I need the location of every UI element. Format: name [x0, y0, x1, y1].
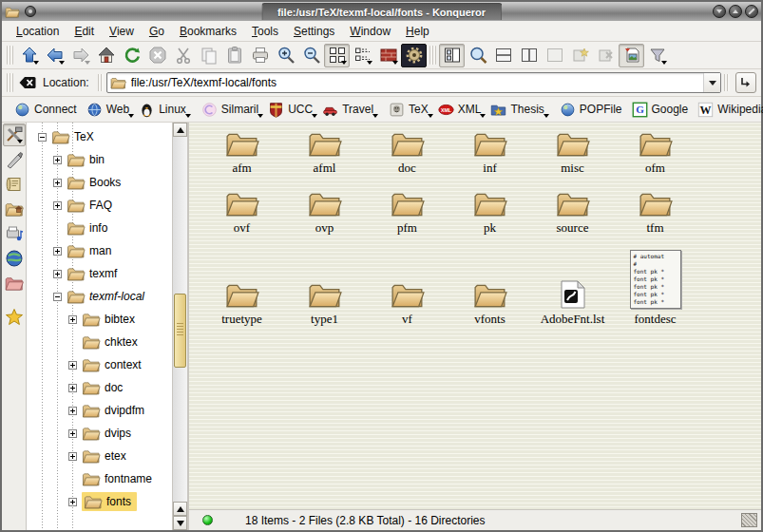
expand-icon[interactable] — [53, 270, 62, 278]
show-sidebar-button[interactable] — [439, 44, 465, 67]
expand-icon[interactable] — [53, 156, 62, 164]
tree-item-dvips[interactable]: dvips — [27, 422, 172, 445]
file-item[interactable]: truetype — [200, 280, 283, 327]
list-view-button[interactable] — [350, 44, 375, 67]
menu-location[interactable]: Location — [10, 23, 66, 40]
bookmark-connect[interactable]: Connect — [10, 100, 82, 120]
tree-item-man[interactable]: man — [27, 239, 172, 262]
scroll-down-button[interactable] — [173, 516, 187, 530]
sidebar-services-button[interactable] — [3, 222, 26, 245]
tree-item-texmf[interactable]: texmf — [27, 262, 172, 285]
file-item[interactable]: afml — [283, 129, 366, 189]
bookmark-tex[interactable]: TeX — [384, 100, 433, 120]
menu-help[interactable]: Help — [399, 23, 436, 40]
file-item[interactable]: afm — [200, 129, 283, 189]
bookmark-silmaril[interactable]: Silmaril — [197, 100, 263, 120]
collapse-icon[interactable] — [38, 133, 47, 142]
file-item[interactable]: pfm — [366, 189, 448, 249]
sidebar-pen-button[interactable] — [3, 148, 26, 171]
collapse-icon[interactable] — [53, 293, 62, 301]
find-file-button[interactable] — [465, 44, 490, 67]
split-top-bottom-button[interactable] — [490, 44, 516, 67]
tree-item-books[interactable]: Books — [27, 171, 172, 194]
expand-icon[interactable] — [53, 179, 62, 187]
tree-item-etex[interactable]: etex — [27, 445, 172, 467]
expand-icon[interactable] — [68, 361, 77, 370]
file-item[interactable]: type1 — [283, 280, 366, 327]
resize-grip-icon[interactable] — [741, 513, 757, 527]
file-item[interactable]: inf — [448, 129, 531, 189]
tree-item-info[interactable]: info — [27, 217, 172, 239]
menu-window[interactable]: Window — [343, 23, 397, 40]
filter-button[interactable] — [644, 44, 670, 67]
tree-item-fontname[interactable]: fontname — [27, 467, 172, 490]
scrollbar-track[interactable] — [173, 137, 187, 502]
file-item[interactable]: misc — [531, 129, 614, 189]
bookmark-google[interactable]: G Google — [627, 100, 694, 120]
close-tab-button[interactable] — [593, 44, 619, 67]
bookmark-popfile[interactable]: POPFile — [555, 100, 627, 120]
bookmark-thesis[interactable]: Thesis — [486, 100, 548, 120]
toolbar-handle[interactable] — [7, 73, 13, 92]
tree-item-dvipdfm[interactable]: dvipdfm — [27, 399, 172, 422]
go-button[interactable] — [735, 72, 756, 93]
stop-button[interactable] — [144, 44, 170, 67]
reload-button[interactable] — [119, 44, 144, 67]
expand-icon[interactable] — [53, 201, 62, 210]
file-item[interactable]: doc — [366, 129, 448, 189]
location-combobox[interactable]: file:/usr/TeX/texmf-local/fonts — [106, 72, 721, 93]
expand-icon[interactable] — [68, 452, 77, 461]
clear-location-button[interactable] — [16, 71, 39, 95]
bookmark-ucc[interactable]: UCC — [263, 100, 317, 120]
bookmark-linux[interactable]: Linux — [134, 100, 191, 120]
home-button[interactable] — [93, 44, 119, 67]
tree-item-context[interactable]: context — [27, 353, 172, 376]
file-icon-view[interactable]: afm afml doc inf misc ofm ovf ovp pfm pk… — [189, 123, 761, 509]
bookmark-xml[interactable]: XML XML — [433, 100, 486, 120]
expand-icon[interactable] — [53, 247, 62, 256]
file-item[interactable]: source — [531, 189, 614, 249]
paste-button[interactable] — [221, 44, 247, 67]
tree-item-doc[interactable]: doc — [27, 376, 172, 399]
zoom-in-button[interactable] — [273, 44, 298, 67]
toolbar-handle[interactable] — [7, 46, 13, 65]
expand-icon[interactable] — [68, 384, 77, 392]
sidebar-bookmarks-button[interactable] — [3, 306, 26, 329]
sidebar-root-folder-button[interactable] — [3, 272, 26, 294]
expand-icon[interactable] — [68, 429, 77, 438]
sidebar-home-button[interactable] — [3, 198, 26, 220]
menu-view[interactable]: View — [103, 23, 141, 40]
file-item[interactable]: ovf — [200, 189, 283, 249]
back-button[interactable] — [42, 44, 67, 67]
split-left-right-button[interactable] — [516, 44, 542, 67]
file-item[interactable]: pk — [448, 189, 531, 249]
menu-go[interactable]: Go — [143, 23, 171, 40]
cut-button[interactable] — [170, 44, 196, 67]
bookmark-web[interactable]: Web — [82, 100, 134, 120]
menu-tools[interactable]: Tools — [245, 23, 285, 40]
show-previews-button[interactable] — [619, 44, 644, 67]
tree-item-bibtex[interactable]: bibtex — [27, 308, 172, 331]
scroll-up-button-2[interactable] — [173, 502, 187, 516]
titlebar[interactable]: file:/usr/TeX/texmf-local/fonts - Konque… — [2, 2, 761, 21]
bookmark-wikipedia[interactable]: W Wikipedia — [693, 100, 763, 120]
maximize-button[interactable] — [729, 5, 742, 18]
file-item[interactable]: vfonts — [448, 280, 531, 327]
bookmark-wall-button[interactable] — [375, 44, 401, 67]
bookmark-travel[interactable]: Travel — [317, 100, 378, 120]
new-tab-button[interactable] — [567, 44, 593, 67]
expand-icon[interactable] — [68, 498, 77, 506]
menu-bookmarks[interactable]: Bookmarks — [173, 23, 243, 40]
tree-item-fonts-selected[interactable]: fonts — [27, 490, 172, 513]
tree-item-chktex[interactable]: chktex — [27, 331, 172, 353]
tree-item-texmf-local[interactable]: texmf-local — [27, 285, 172, 308]
scroll-up-button[interactable] — [173, 123, 187, 137]
file-item[interactable]: # automat # font pk * font pk * font pk … — [614, 250, 696, 327]
sidebar-history-button[interactable] — [3, 173, 26, 196]
tree-item-bin[interactable]: bin — [27, 148, 172, 171]
expand-icon[interactable] — [68, 407, 77, 415]
minimize-button[interactable] — [713, 5, 726, 18]
sidebar-configure-button[interactable] — [3, 124, 26, 146]
menu-edit[interactable]: Edit — [67, 23, 101, 40]
print-button[interactable] — [247, 44, 273, 67]
